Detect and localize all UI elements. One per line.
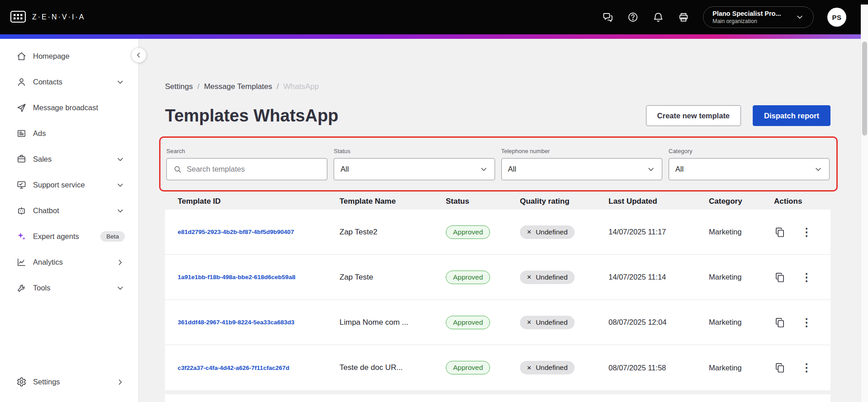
template-id-link[interactable]: e81d2795-2923-4b2b-bf87-4bf5d9b90407: [178, 229, 298, 235]
filters-annotation-box: Search Status All Telephone number All: [159, 136, 838, 192]
help-icon[interactable]: [627, 11, 639, 23]
breadcrumb-message-templates[interactable]: Message Templates: [204, 82, 272, 91]
last-updated: 08/07/2025 11:58: [596, 364, 696, 372]
copy-icon[interactable]: [774, 226, 786, 238]
sidebar-item-label: Tools: [33, 284, 51, 292]
table-row: e81d2795-2923-4b2b-bf87-4bf5d9b90407 Zap…: [165, 210, 830, 255]
telephone-number-field: Telephone number All: [501, 148, 662, 180]
column-header: Category: [696, 197, 761, 206]
kebab-menu-icon[interactable]: ⋮: [801, 317, 812, 328]
category-select-value: All: [675, 165, 684, 173]
notifications-icon[interactable]: [652, 11, 664, 23]
dispatch-report-button[interactable]: Dispatch report: [753, 105, 830, 126]
column-header: Template ID: [165, 197, 327, 206]
sidebar-item-settings[interactable]: Settings: [0, 369, 138, 395]
table-row: 361ddf48-2967-41b9-8224-5ea33ca683d3 Lim…: [165, 300, 830, 345]
copy-icon[interactable]: [774, 317, 786, 328]
status-select-value: All: [340, 165, 349, 173]
sidebar-item-sales[interactable]: Sales: [0, 146, 138, 172]
chevron-down-icon: [814, 165, 823, 174]
sidebar-item-ads[interactable]: Ads: [0, 121, 138, 146]
column-header: Last Updated: [596, 197, 696, 206]
template-id-link[interactable]: 1a91e1bb-f18b-498a-bbe2-618d6ceb59a8: [178, 274, 300, 280]
category-value: Marketing: [696, 273, 761, 281]
sidebar-item-label: Support service: [33, 181, 85, 189]
chevron-down-icon: [116, 78, 125, 87]
quality-rating-badge: ✕ Undefined: [520, 361, 575, 374]
partial-next-row: [165, 394, 830, 402]
sidebar-item-support-service[interactable]: Support service: [0, 172, 138, 198]
sidebar-item-label: Expert agents: [33, 232, 79, 241]
scrollbar-thumb[interactable]: [862, 42, 867, 136]
create-new-template-button[interactable]: Create new template: [646, 105, 741, 126]
sidebar-item-tools[interactable]: Tools: [0, 275, 138, 301]
last-updated: 08/07/2025 12:04: [596, 318, 696, 327]
sidebar-item-message-broadcast[interactable]: Message broadcast: [0, 95, 138, 121]
status-text: Approved: [453, 273, 483, 281]
breadcrumb-whatsapp: WhatsApp: [283, 82, 319, 91]
sidebar-item-label: Homepage: [33, 52, 70, 61]
search-icon: [173, 165, 182, 174]
quality-rating-badge: ✕ Undefined: [520, 271, 575, 284]
status-badge: Approved: [446, 225, 490, 239]
quality-rating-badge: ✕ Undefined: [520, 316, 575, 329]
quality-rating-text: Undefined: [536, 273, 568, 281]
sidebar-item-label: Contacts: [33, 78, 62, 86]
org-subtitle: Main organization: [712, 18, 781, 24]
brand-text: Z·E·N·V·I·A: [32, 13, 85, 21]
org-name: Plano Specialist Pro...: [712, 10, 781, 17]
sidebar-item-label: Message broadcast: [33, 103, 98, 112]
sidebar-item-homepage[interactable]: Homepage: [0, 43, 138, 69]
chevron-down-icon: [116, 206, 125, 215]
category-select[interactable]: All: [669, 158, 830, 180]
x-icon: ✕: [527, 319, 532, 326]
status-text: Approved: [453, 318, 483, 327]
brand[interactable]: Z·E·N·V·I·A: [10, 10, 85, 24]
column-header: Template Name: [327, 197, 433, 206]
gear-icon: [16, 377, 27, 388]
conversations-icon[interactable]: [602, 11, 613, 23]
ads-icon: [16, 128, 27, 139]
quality-rating-text: Undefined: [536, 364, 568, 372]
breadcrumb: Settings / Message Templates / WhatsApp: [165, 82, 830, 91]
copy-icon[interactable]: [774, 271, 786, 283]
sidebar: Homepage Contacts Message broadcast Ads …: [0, 39, 139, 402]
zenvia-logo: [10, 10, 26, 24]
quality-rating-text: Undefined: [536, 228, 568, 236]
status-select[interactable]: All: [334, 158, 495, 180]
breadcrumb-settings[interactable]: Settings: [165, 82, 193, 91]
sidebar-item-contacts[interactable]: Contacts: [0, 69, 138, 95]
kebab-menu-icon[interactable]: ⋮: [801, 362, 812, 373]
avatar[interactable]: PS: [827, 8, 846, 27]
quality-rating-badge: ✕ Undefined: [520, 225, 575, 239]
printer-icon[interactable]: [678, 11, 689, 23]
tools-icon: [16, 283, 27, 294]
sidebar-item-label: Sales: [33, 155, 52, 164]
telephone-number-select[interactable]: All: [501, 158, 662, 180]
kebab-menu-icon[interactable]: ⋮: [801, 227, 812, 238]
person-icon: [16, 77, 27, 88]
chevron-right-icon: [116, 378, 125, 387]
send-icon: [16, 103, 27, 113]
template-id-link[interactable]: 361ddf48-2967-41b9-8224-5ea33ca683d3: [178, 319, 299, 326]
page-title: Templates WhatsApp: [165, 105, 339, 126]
sidebar-item-expert-agents[interactable]: Expert agents Beta: [0, 224, 138, 249]
breadcrumb-separator: /: [197, 82, 199, 91]
search-input[interactable]: [187, 165, 321, 173]
kebab-menu-icon[interactable]: ⋮: [801, 272, 812, 283]
last-updated: 14/07/2025 11:17: [596, 228, 696, 236]
breadcrumb-separator: /: [277, 82, 279, 91]
column-header: Status: [433, 197, 507, 206]
status-label: Status: [334, 148, 495, 154]
template-name: Zap Teste: [327, 273, 433, 282]
sidebar-item-label: Chatbot: [33, 206, 59, 215]
page-scrollbar[interactable]: [861, 5, 868, 402]
sidebar-item-label: Settings: [33, 378, 60, 386]
sidebar-item-chatbot[interactable]: Chatbot: [0, 198, 138, 224]
sidebar-item-analytics[interactable]: Analytics: [0, 249, 138, 275]
search-label: Search: [166, 148, 327, 154]
sidebar-collapse-button[interactable]: [131, 47, 146, 63]
template-id-link[interactable]: c3f22a37-c4fa-4d42-a626-7f11cfac267d: [178, 365, 294, 371]
org-selector[interactable]: Plano Specialist Pro... Main organizatio…: [703, 6, 814, 28]
copy-icon[interactable]: [774, 362, 786, 374]
